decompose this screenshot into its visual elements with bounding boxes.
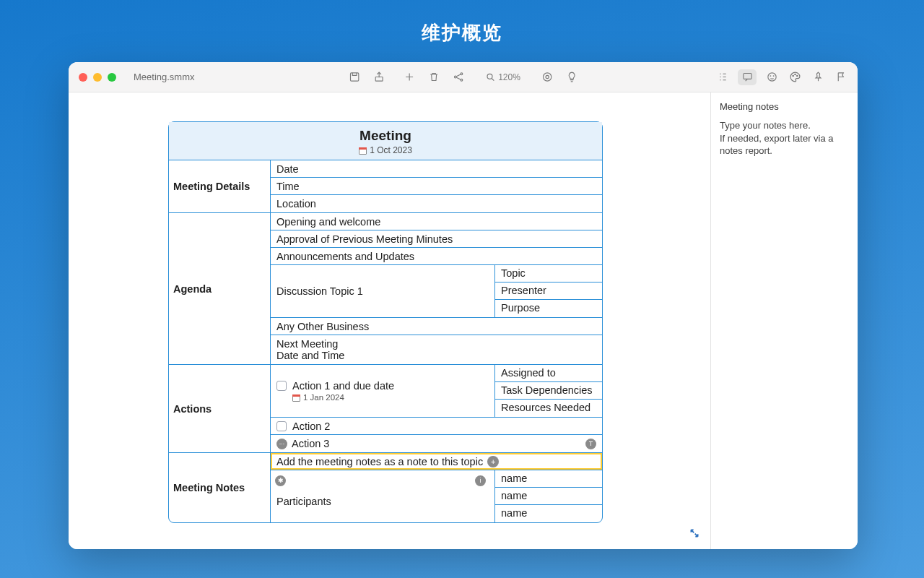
- checkbox-icon[interactable]: [276, 421, 287, 431]
- pin-icon[interactable]: [810, 69, 826, 85]
- action-dependencies[interactable]: Task Dependencies: [495, 382, 602, 400]
- svg-point-9: [767, 73, 775, 81]
- section-actions[interactable]: Actions: [169, 365, 271, 452]
- participant-name[interactable]: name: [495, 505, 602, 522]
- participants[interactable]: ✱ i Participants: [271, 470, 495, 522]
- svg-point-5: [487, 74, 492, 79]
- discussion-purpose[interactable]: Purpose: [495, 300, 602, 317]
- target-icon[interactable]: [539, 69, 555, 85]
- app-window: Meeting.smmx 120%: [69, 62, 858, 549]
- detail-location[interactable]: Location: [271, 195, 602, 212]
- minimize-window-button[interactable]: [93, 73, 102, 82]
- svg-rect-1: [375, 77, 383, 82]
- participant-name[interactable]: name: [495, 470, 602, 488]
- section-meeting-notes[interactable]: Meeting Notes: [169, 453, 271, 522]
- action-1-date: 1 Jan 2024: [276, 393, 489, 402]
- asterisk-badge-icon: ✱: [275, 475, 286, 486]
- canvas[interactable]: Meeting 1 Oct 2023 Meeting Details Date …: [69, 92, 710, 549]
- svg-point-3: [461, 73, 463, 75]
- titlebar: Meeting.smmx 120%: [69, 62, 858, 92]
- link-share-icon[interactable]: [450, 69, 466, 85]
- text-badge-icon: T: [585, 439, 596, 449]
- add-child-icon[interactable]: +: [487, 456, 499, 467]
- section-meeting-details[interactable]: Meeting Details: [169, 160, 271, 212]
- svg-point-10: [770, 76, 771, 77]
- agenda-aob[interactable]: Any Other Business: [271, 318, 602, 335]
- action-3[interactable]: ···Action 3T: [271, 435, 602, 452]
- agenda-discussion-topic[interactable]: Discussion Topic 1: [271, 265, 495, 317]
- svg-rect-0: [350, 73, 358, 81]
- comment-badge-icon: ···: [276, 439, 287, 449]
- notes-instruction[interactable]: Add the meeting notes as a note to this …: [271, 453, 602, 470]
- section-agenda[interactable]: Agenda: [169, 213, 271, 364]
- topic-meeting[interactable]: Meeting 1 Oct 2023: [169, 122, 602, 160]
- lightbulb-icon[interactable]: [564, 69, 580, 85]
- svg-point-11: [773, 76, 774, 77]
- add-icon[interactable]: [401, 69, 417, 85]
- svg-point-4: [461, 79, 463, 81]
- palette-icon[interactable]: [787, 69, 803, 85]
- meeting-title: Meeting: [169, 128, 602, 144]
- calendar-icon: [359, 147, 367, 155]
- page-title: 维护概览: [0, 0, 924, 46]
- outline-icon[interactable]: [715, 69, 731, 85]
- action-assigned-to[interactable]: Assigned to: [495, 365, 602, 382]
- discussion-presenter[interactable]: Presenter: [495, 282, 602, 300]
- discussion-topic[interactable]: Topic: [495, 265, 602, 282]
- document-filename: Meeting.smmx: [134, 72, 195, 82]
- notes-sidebar: Meeting notes Type your notes here. If n…: [710, 92, 858, 549]
- trash-icon[interactable]: [426, 69, 442, 85]
- share-icon[interactable]: [371, 69, 387, 85]
- notes-panel-icon[interactable]: [738, 69, 757, 85]
- svg-point-14: [796, 75, 797, 76]
- close-window-button[interactable]: [79, 73, 87, 82]
- action-resources[interactable]: Resources Needed: [495, 400, 602, 417]
- action-1[interactable]: Action 1 and due date 1 Jan 2024: [271, 365, 495, 417]
- svg-point-6: [543, 73, 551, 81]
- action-2[interactable]: Action 2: [271, 418, 602, 435]
- save-icon[interactable]: [346, 69, 362, 85]
- zoom-value: 120%: [498, 72, 520, 82]
- zoom-control[interactable]: 120%: [481, 71, 525, 84]
- notes-sidebar-title: Meeting notes: [720, 101, 849, 112]
- agenda-next-meeting[interactable]: Next Meeting Date and Time: [271, 335, 602, 364]
- flag-icon[interactable]: [833, 69, 849, 85]
- calendar-icon: [292, 394, 300, 402]
- svg-rect-8: [743, 74, 751, 79]
- svg-point-13: [794, 74, 795, 74]
- emoji-icon[interactable]: [764, 69, 780, 85]
- svg-point-7: [546, 75, 549, 78]
- participant-name[interactable]: name: [495, 488, 602, 505]
- fullscreen-window-button[interactable]: [108, 73, 116, 82]
- svg-point-12: [792, 75, 793, 76]
- svg-point-2: [454, 76, 456, 78]
- mindmap-root[interactable]: Meeting 1 Oct 2023 Meeting Details Date …: [168, 121, 603, 523]
- checkbox-icon[interactable]: [276, 381, 287, 391]
- meeting-date: 1 Oct 2023: [169, 145, 602, 155]
- agenda-announcements[interactable]: Announcements and Updates: [271, 248, 602, 265]
- notes-sidebar-body[interactable]: Type your notes here. If needed, export …: [720, 119, 849, 158]
- detail-time[interactable]: Time: [271, 178, 602, 195]
- info-badge-icon: i: [475, 475, 486, 486]
- resize-arrow-icon[interactable]: [689, 527, 700, 542]
- detail-date[interactable]: Date: [271, 160, 602, 178]
- agenda-opening[interactable]: Opening and welcome: [271, 213, 602, 230]
- agenda-approval[interactable]: Approval of Previous Meeting Minutes: [271, 230, 602, 248]
